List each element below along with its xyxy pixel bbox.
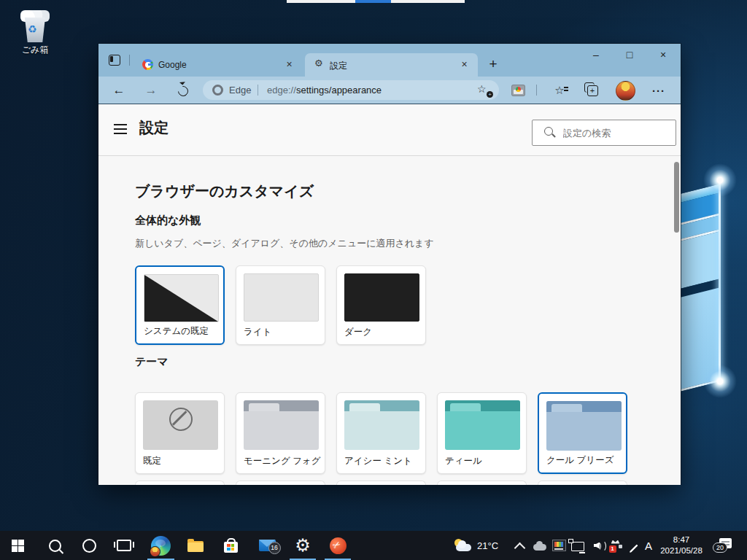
tab-settings[interactable]: ⚙ 設定 × xyxy=(305,53,478,77)
settings-search-box[interactable] xyxy=(532,120,676,146)
recycle-bin-desktop-icon[interactable]: ♻ ごみ箱 xyxy=(10,7,60,54)
speaker-wave-icon xyxy=(595,542,601,551)
appearance-option-dark[interactable]: ダーク xyxy=(336,265,426,345)
taskbar-store-button[interactable] xyxy=(217,531,244,560)
favorites-list-icon xyxy=(564,87,568,88)
file-explorer-icon xyxy=(187,541,204,552)
tab-title: 設定 xyxy=(330,60,347,72)
windows-ink-tray-button[interactable] xyxy=(624,531,642,560)
collections-button[interactable]: + xyxy=(582,80,603,101)
tab-close-button[interactable]: × xyxy=(283,58,295,71)
tab-actions-icon xyxy=(109,55,120,66)
favorites-button[interactable]: ☆ xyxy=(549,80,570,101)
reload-icon xyxy=(176,84,190,98)
action-center-button[interactable]: 20 xyxy=(719,538,732,548)
back-button[interactable]: ← xyxy=(109,80,129,101)
recycle-bin-label: ごみ箱 xyxy=(10,44,60,56)
theme-thumb-tabbar xyxy=(445,400,520,411)
settings-more-button[interactable]: ··· xyxy=(649,80,669,101)
plus-icon: + xyxy=(487,91,493,98)
site-shortcut-button[interactable] xyxy=(508,80,528,101)
network-tray-button[interactable] xyxy=(569,531,587,560)
taskbar-settings-button[interactable]: ⚙ xyxy=(290,531,316,560)
settings-page: 設定 ブラウザーのカスタマイズ 全体的な外観 新しいタブ、ページ、ダイアログ、そ… xyxy=(98,104,681,485)
theme-thumb-tab xyxy=(349,403,380,411)
theme-label: アイシー ミント xyxy=(344,455,412,467)
ime-mode-label: A xyxy=(645,540,652,552)
onedrive-tray-button[interactable] xyxy=(531,531,549,560)
url-path: settings/appearance xyxy=(296,85,382,96)
address-bar[interactable]: Edge edge:// settings/appearance ☆ + xyxy=(203,80,499,100)
scrollbar-thumb[interactable] xyxy=(674,162,679,233)
profile-button[interactable] xyxy=(615,80,635,101)
taskbar-search-button[interactable] xyxy=(42,531,68,560)
settings-gear-favicon: ⚙ xyxy=(314,58,323,69)
appearance-option-system-default[interactable]: システムの既定 xyxy=(135,265,225,345)
site-preview-icon xyxy=(512,85,525,96)
tab-google[interactable]: Google × xyxy=(133,53,303,77)
page-title: 設定 xyxy=(139,118,169,138)
microsoft-store-icon xyxy=(224,542,238,553)
taskbar-snip-button[interactable]: ✂ xyxy=(325,531,351,560)
taskbar-explorer-button[interactable] xyxy=(182,531,209,560)
cortana-button[interactable] xyxy=(76,531,102,560)
google-favicon xyxy=(142,59,153,70)
settings-menu-button[interactable] xyxy=(114,124,127,134)
clock-date: 2021/05/28 xyxy=(655,545,708,556)
tray-app-icon: 1 xyxy=(610,540,622,551)
reload-button[interactable] xyxy=(173,80,193,101)
favorites-star-icon: ☆ xyxy=(554,84,564,97)
graphics-tray-button[interactable] xyxy=(550,531,568,560)
toolbar-separator xyxy=(536,85,537,96)
window-close-button[interactable]: × xyxy=(647,44,679,66)
wallpaper-window-edge xyxy=(719,180,721,383)
more-icon: ··· xyxy=(652,85,665,97)
start-button[interactable] xyxy=(4,531,31,560)
clock-time: 8:47 xyxy=(655,534,708,545)
tab-title: Google xyxy=(158,60,187,70)
weather-icon[interactable] xyxy=(454,539,473,553)
new-tab-button[interactable]: + xyxy=(484,55,503,74)
update-tray-button[interactable]: 1 xyxy=(607,531,624,560)
wallpaper-glare-top xyxy=(703,163,737,197)
taskbar-edge-button[interactable] xyxy=(147,531,174,560)
chevron-up-icon xyxy=(514,542,525,553)
theme-label: ティール xyxy=(445,455,482,467)
theme-thumb-tab xyxy=(249,403,279,411)
taskbar-clock[interactable]: 8:47 2021/05/28 xyxy=(655,534,708,556)
theme-card-teal[interactable]: ティール xyxy=(437,392,527,474)
tab-actions-menu-button[interactable] xyxy=(109,54,120,66)
taskbar-mail-button[interactable]: 16 xyxy=(254,531,280,560)
mail-badge: 16 xyxy=(268,542,281,554)
appearance-description: 新しいタブ、ページ、ダイアログ、その他のメニューに適用されます xyxy=(135,237,434,250)
theme-card-cool-breeze[interactable]: クール ブリーズ xyxy=(538,392,627,474)
menu-icon xyxy=(114,124,127,125)
theme-card-partial xyxy=(538,481,627,485)
appearance-option-label: ダーク xyxy=(344,326,372,338)
tab-strip: Google × ⚙ 設定 × + – □ × xyxy=(98,44,681,77)
tab-close-button[interactable]: × xyxy=(458,58,471,71)
weather-temperature[interactable]: 21°C xyxy=(477,540,498,551)
appearance-option-light[interactable]: ライト xyxy=(236,265,325,345)
add-favorite-button[interactable]: ☆ + xyxy=(477,83,490,96)
theme-card-icy-mint[interactable]: アイシー ミント xyxy=(336,392,426,474)
settings-search-input[interactable] xyxy=(562,125,670,141)
task-view-button[interactable] xyxy=(111,531,137,560)
volume-tray-button[interactable] xyxy=(588,531,605,560)
star-icon: ☆ xyxy=(477,83,487,95)
theme-thumb-tabbar xyxy=(244,400,319,411)
tray-overflow-button[interactable] xyxy=(511,531,528,560)
theme-card-morning-fog[interactable]: モーニング フォグ xyxy=(236,392,325,474)
display-color-icon xyxy=(552,540,566,551)
window-maximize-button[interactable]: □ xyxy=(614,44,646,66)
pen-icon xyxy=(629,544,638,553)
windows-logo-icon xyxy=(12,540,24,552)
ethernet-network-icon xyxy=(571,542,584,551)
ime-mode-button[interactable]: A xyxy=(640,531,657,560)
forward-button[interactable]: → xyxy=(141,80,161,101)
theme-card-default[interactable]: 既定 xyxy=(135,392,225,474)
theme-thumbnail xyxy=(546,401,622,451)
mail-icon: 16 xyxy=(259,540,276,551)
window-minimize-button[interactable]: – xyxy=(580,44,612,66)
task-view-icon xyxy=(117,540,131,551)
